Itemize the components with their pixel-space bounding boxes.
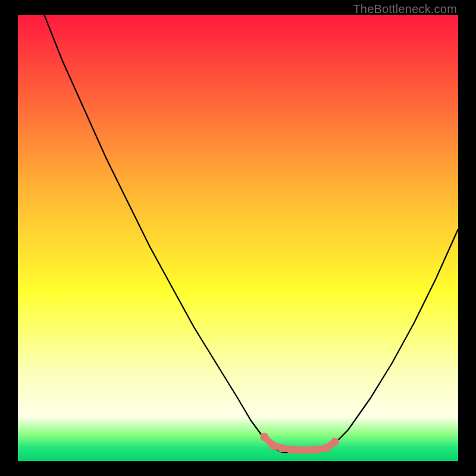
plot-area bbox=[18, 15, 458, 461]
highlight-dot bbox=[269, 441, 277, 450]
watermark-text: TheBottleneck.com bbox=[353, 2, 457, 16]
chart-frame: TheBottleneck.com bbox=[0, 0, 476, 476]
highlight-dot bbox=[304, 446, 312, 454]
curve-line bbox=[44, 15, 458, 452]
highlight-dot bbox=[313, 446, 321, 454]
highlight-dot bbox=[296, 446, 304, 454]
highlight-dot bbox=[322, 444, 330, 452]
highlight-dot bbox=[287, 446, 295, 454]
highlight-dot bbox=[260, 433, 268, 441]
highlight-dot bbox=[331, 438, 339, 446]
highlight-dot bbox=[278, 444, 286, 452]
highlight-markers bbox=[260, 433, 339, 455]
bottleneck-curve bbox=[18, 15, 458, 461]
